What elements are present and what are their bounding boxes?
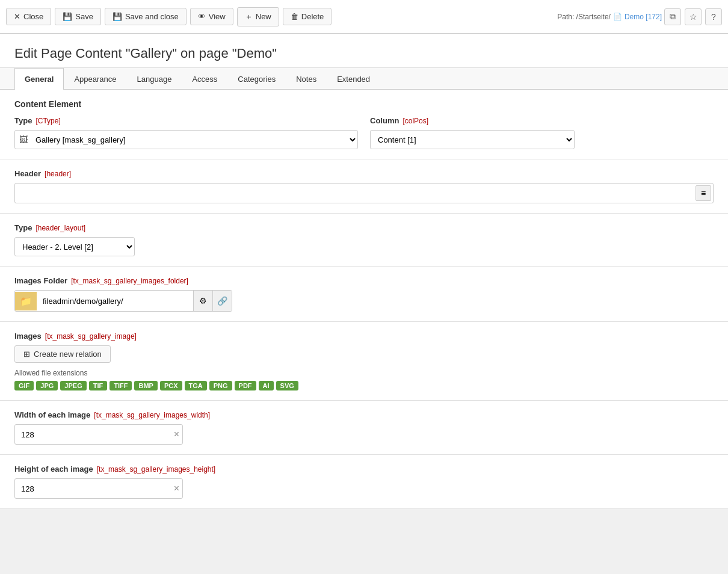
extension-badge: GIF <box>14 381 34 390</box>
tab-general[interactable]: General <box>14 68 64 90</box>
page-icon: 📄 <box>613 13 622 21</box>
header-section: Header [header] ≡ <box>0 159 728 214</box>
help-button[interactable]: ? <box>705 8 722 25</box>
breadcrumb: Path: /Startseite/ 📄 Demo [172] <box>557 13 662 21</box>
new-icon: ＋ <box>245 11 253 22</box>
width-input[interactable] <box>14 424 183 445</box>
column-select[interactable]: Content [1] <box>370 130 575 149</box>
folder-link-button[interactable]: 🔗 <box>212 291 232 311</box>
folder-wizard-icon: ⚙ <box>199 296 207 306</box>
height-section: Height of each image [tx_mask_sg_gallery… <box>0 455 728 509</box>
save-button[interactable]: 💾 Save <box>55 8 101 25</box>
delete-button[interactable]: 🗑 Delete <box>283 8 332 25</box>
close-icon: ✕ <box>14 12 20 21</box>
header-wizard-button[interactable]: ≡ <box>696 185 711 201</box>
header-input[interactable] <box>14 183 714 203</box>
images-folder-section: Images Folder [tx_mask_sg_gallery_images… <box>0 267 728 322</box>
tab-bar: General Appearance Language Access Categ… <box>0 68 728 90</box>
extension-badge: JPG <box>36 381 58 390</box>
extension-badge: TGA <box>185 381 207 390</box>
images-section: Images [tx_mask_sg_gallery_image] ⊞ Crea… <box>0 322 728 401</box>
page-title: Edit Page Content "Gallery" on page "Dem… <box>14 46 714 61</box>
type-field-col: Type [CType] 🖼 Gallery [mask_sg_gallery] <box>14 116 358 149</box>
height-clear-button[interactable]: × <box>174 484 179 493</box>
create-relation-button[interactable]: ⊞ Create new relation <box>14 345 111 363</box>
bookmark-button[interactable]: ☆ <box>685 8 702 25</box>
open-window-icon: ⧉ <box>670 11 676 22</box>
height-field-label: Height of each image [tx_mask_sg_gallery… <box>14 464 714 474</box>
wizard-icon: ≡ <box>701 188 706 198</box>
header-field-label: Header [header] <box>14 169 714 178</box>
width-input-wrapper: × <box>14 424 183 445</box>
extension-badge: TIFF <box>110 381 132 390</box>
extension-badge: AI <box>259 381 274 390</box>
window-icons: ⧉ ☆ ? <box>664 8 722 25</box>
close-button[interactable]: ✕ Close <box>6 8 51 25</box>
extension-badge: PDF <box>235 381 256 390</box>
header-type-select[interactable]: Header - 2. Level [2]Header - 1. Level [… <box>14 237 135 256</box>
save-icon: 💾 <box>63 12 72 21</box>
tab-appearance[interactable]: Appearance <box>64 68 126 90</box>
type-column-row: Type [CType] 🖼 Gallery [mask_sg_gallery]… <box>14 116 714 149</box>
extension-badge: SVG <box>276 381 298 390</box>
save-close-icon: 💾 <box>113 12 122 21</box>
page-header: Edit Page Content "Gallery" on page "Dem… <box>0 34 728 68</box>
header-input-wrapper: ≡ <box>14 183 714 203</box>
view-icon: 👁 <box>198 12 206 21</box>
type-icon: 🖼 <box>19 135 28 144</box>
header-type-label: Type [header_layout] <box>14 223 714 232</box>
top-bar: ✕ Close 💾 Save 💾 Save and close 👁 View ＋… <box>0 0 728 34</box>
star-icon: ☆ <box>689 12 697 22</box>
toolbar: ✕ Close 💾 Save 💾 Save and close 👁 View ＋… <box>6 7 332 26</box>
folder-link-icon: 🔗 <box>217 296 227 306</box>
allowed-extensions-label: Allowed file extensions <box>14 369 714 377</box>
extension-badge: JPEG <box>60 381 86 390</box>
extension-badge: TIF <box>89 381 108 390</box>
extension-badge: BMP <box>134 381 157 390</box>
view-button[interactable]: 👁 View <box>190 8 233 25</box>
images-field-label: Images [tx_mask_sg_gallery_image] <box>14 332 714 341</box>
width-field-label: Width of each image [tx_mask_sg_gallery_… <box>14 410 714 419</box>
top-right-area: Path: /Startseite/ 📄 Demo [172] ⧉ ☆ ? <box>557 8 722 25</box>
tab-extended[interactable]: Extended <box>327 68 380 90</box>
main-content: Edit Page Content "Gallery" on page "Dem… <box>0 34 728 509</box>
create-relation-icon: ⊞ <box>23 350 30 359</box>
column-field-col: Column [colPos] Content [1] <box>370 116 714 149</box>
folder-icon: 📁 <box>15 292 37 310</box>
new-button[interactable]: ＋ New <box>237 7 279 26</box>
content-element-title: Content Element <box>14 99 714 109</box>
open-window-button[interactable]: ⧉ <box>664 8 681 25</box>
save-close-button[interactable]: 💾 Save and close <box>105 8 187 25</box>
tab-categories[interactable]: Categories <box>227 68 286 90</box>
folder-path-input[interactable] <box>37 291 193 311</box>
folder-wizard-button[interactable]: ⚙ <box>193 291 212 311</box>
help-icon: ? <box>711 12 716 22</box>
type-field-label: Type [CType] <box>14 116 358 125</box>
extension-badge: PCX <box>160 381 182 390</box>
tab-notes[interactable]: Notes <box>286 68 327 90</box>
content-element-section: Content Element Type [CType] 🖼 Gallery [… <box>0 90 728 159</box>
tab-content-general: Content Element Type [CType] 🖼 Gallery [… <box>0 90 728 509</box>
folder-input-wrapper: 📁 ⚙ 🔗 <box>14 290 232 312</box>
type-input-wrapper: 🖼 Gallery [mask_sg_gallery] <box>14 130 358 149</box>
page-link[interactable]: Demo [172] <box>625 13 662 21</box>
column-field-label: Column [colPos] <box>370 116 714 125</box>
tab-language[interactable]: Language <box>127 68 182 90</box>
height-input-wrapper: × <box>14 478 183 499</box>
width-clear-button[interactable]: × <box>174 430 179 439</box>
type-select[interactable]: Gallery [mask_sg_gallery] <box>14 130 358 149</box>
height-input[interactable] <box>14 478 183 499</box>
header-type-section: Type [header_layout] Header - 2. Level [… <box>0 214 728 267</box>
width-section: Width of each image [tx_mask_sg_gallery_… <box>0 401 728 455</box>
delete-icon: 🗑 <box>291 12 298 21</box>
images-folder-label: Images Folder [tx_mask_sg_gallery_images… <box>14 276 714 285</box>
extension-badge: PNG <box>209 381 232 390</box>
extensions-list: GIFJPGJPEGTIFTIFFBMPPCXTGAPNGPDFAISVG <box>14 381 714 390</box>
tab-access[interactable]: Access <box>182 68 227 90</box>
